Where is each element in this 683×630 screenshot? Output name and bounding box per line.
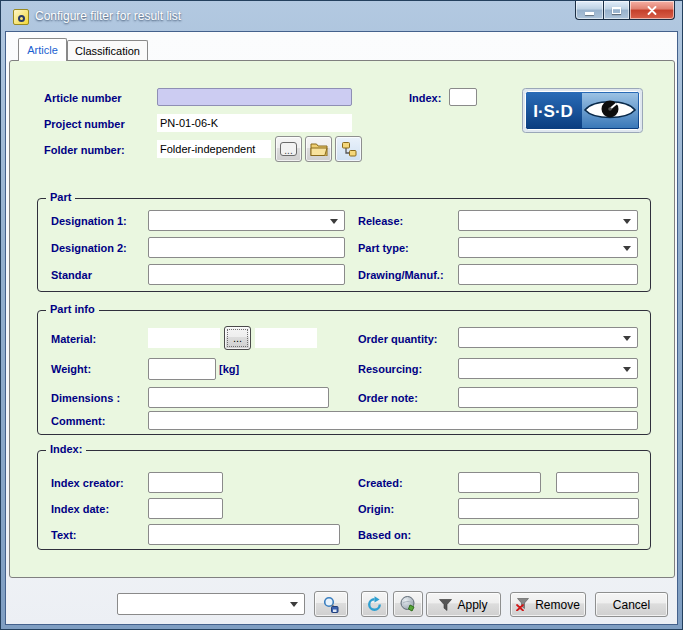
refresh-button[interactable] — [361, 591, 388, 617]
refresh-icon — [366, 596, 383, 613]
project-number-input[interactable] — [157, 114, 352, 132]
order-quantity-label: Order quantity: — [358, 333, 437, 345]
part-type-label: Part type: — [358, 242, 409, 254]
window-controls — [575, 1, 675, 20]
order-note-input[interactable] — [458, 387, 638, 408]
comment-label: Comment: — [51, 415, 105, 427]
material-label: Material: — [51, 333, 96, 345]
material-input-2[interactable] — [255, 328, 317, 348]
resourcing-combo[interactable] — [458, 358, 638, 379]
based-on-label: Based on: — [358, 529, 411, 541]
chevron-down-icon — [330, 219, 338, 228]
drawing-manuf-input[interactable] — [458, 264, 638, 285]
drawing-manuf-label: Drawing/Manuf.: — [358, 269, 444, 281]
part-info-group-legend: Part info — [46, 303, 99, 315]
weight-unit-label: [kg] — [219, 363, 239, 375]
part-info-group: Part info Material: ... Order quantity: … — [37, 310, 651, 435]
designation2-input[interactable] — [148, 237, 345, 258]
cancel-button-label: Cancel — [613, 598, 650, 612]
apply-button-label: Apply — [457, 598, 487, 612]
origin-label: Origin: — [358, 503, 394, 515]
text-label: Text: — [51, 529, 76, 541]
designation1-combo[interactable] — [148, 210, 345, 231]
material-browse-button[interactable]: ... — [224, 326, 251, 350]
minimize-icon — [585, 12, 594, 15]
remove-button-label: Remove — [535, 598, 580, 612]
text-input[interactable] — [148, 524, 340, 545]
created-input-1[interactable] — [458, 472, 541, 493]
structure-icon — [340, 140, 358, 158]
origin-input[interactable] — [458, 498, 639, 519]
material-input[interactable] — [148, 328, 220, 348]
app-icon — [13, 9, 29, 25]
dimensions-input[interactable] — [148, 387, 329, 408]
index-creator-input[interactable] — [148, 472, 223, 493]
chevron-down-icon — [623, 336, 631, 345]
designation2-label: Designation 2: — [51, 242, 127, 254]
funnel-remove-icon — [516, 598, 530, 611]
tab-article[interactable]: Article — [18, 38, 67, 61]
index-input[interactable] — [449, 88, 477, 106]
dimensions-label: Dimensions : — [51, 392, 120, 404]
open-folder-button[interactable] — [305, 136, 332, 162]
chevron-down-icon — [623, 246, 631, 255]
release-combo[interactable] — [458, 210, 638, 231]
comment-input[interactable] — [148, 411, 638, 430]
search-save-icon — [322, 596, 339, 613]
folder-browse-button[interactable]: ... — [275, 136, 302, 162]
standard-input[interactable] — [148, 264, 345, 285]
standard-label: Standar — [51, 269, 92, 281]
article-tab-page: Article number Index: I·S·D — [9, 60, 675, 578]
tab-classification[interactable]: Classification — [67, 40, 148, 61]
isd-logo: I·S·D — [522, 88, 643, 133]
created-input-2[interactable] — [556, 472, 639, 493]
folder-number-label: Folder number: — [44, 144, 125, 156]
chevron-down-icon — [623, 219, 631, 228]
order-note-label: Order note: — [358, 392, 418, 404]
close-button[interactable] — [630, 1, 675, 20]
project-number-label: Project number — [44, 118, 125, 130]
close-icon — [647, 6, 657, 15]
chevron-down-icon — [623, 367, 631, 376]
resourcing-label: Resourcing: — [358, 363, 422, 375]
funnel-icon — [439, 599, 452, 611]
weight-label: Weight: — [51, 363, 91, 375]
designation1-label: Designation 1: — [51, 215, 127, 227]
browse-icon: ... — [280, 142, 297, 156]
index-group-legend: Index: — [46, 443, 86, 455]
maximize-icon — [612, 7, 621, 14]
folder-structure-button[interactable] — [335, 136, 362, 162]
cancel-button[interactable]: Cancel — [595, 592, 668, 617]
index-date-input[interactable] — [148, 498, 223, 519]
index-creator-label: Index creator: — [51, 477, 124, 489]
isd-logo-text: I·S·D — [533, 102, 573, 121]
article-number-input[interactable] — [157, 88, 352, 106]
created-label: Created: — [358, 477, 403, 489]
globe-icon — [399, 595, 417, 613]
dialog-window: Configure filter for result list Article… — [0, 0, 683, 630]
chevron-down-icon — [290, 602, 298, 611]
weight-input[interactable] — [148, 358, 216, 380]
index-date-label: Index date: — [51, 503, 109, 515]
saved-filter-combo[interactable] — [117, 593, 305, 615]
part-group-legend: Part — [46, 191, 75, 203]
index-label: Index: — [409, 92, 441, 104]
folder-icon — [310, 142, 328, 156]
apply-button[interactable]: Apply — [426, 592, 501, 617]
release-label: Release: — [358, 215, 403, 227]
window-title: Configure filter for result list — [35, 9, 181, 23]
remove-button[interactable]: Remove — [510, 592, 586, 617]
part-group: Part Designation 1: Release: Designation… — [37, 198, 651, 292]
tab-article-label: Article — [27, 44, 58, 56]
tab-classification-label: Classification — [75, 45, 140, 57]
index-group: Index: Index creator: Created: Index dat… — [37, 450, 651, 550]
part-type-combo[interactable] — [458, 237, 638, 258]
folder-number-input[interactable] — [157, 140, 271, 158]
order-quantity-combo[interactable] — [458, 327, 638, 348]
maximize-button[interactable] — [603, 1, 630, 20]
based-on-input[interactable] — [458, 524, 639, 545]
minimize-button[interactable] — [575, 1, 603, 20]
save-search-button[interactable] — [314, 591, 348, 617]
article-number-label: Article number — [44, 92, 122, 104]
environment-button[interactable] — [393, 591, 423, 617]
